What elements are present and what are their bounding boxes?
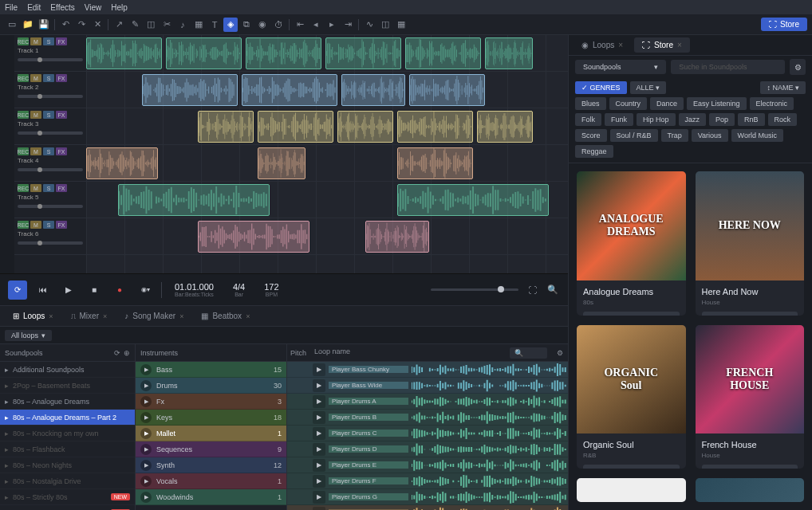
nav-next-icon[interactable]: ⇥	[341, 18, 355, 32]
audio-clip[interactable]	[341, 74, 405, 106]
nav-fwd-icon[interactable]: ▸	[325, 18, 339, 32]
store-card[interactable]: ORGANIC Soul Organic Soul R&B Download	[577, 325, 686, 469]
audio-clip[interactable]	[86, 37, 162, 69]
track-volume-slider[interactable]	[18, 58, 83, 61]
all-chip[interactable]: ALLE ▾	[630, 81, 667, 94]
loop-play-button[interactable]: ▶	[313, 491, 325, 504]
nav-back-icon[interactable]: ◂	[309, 18, 323, 32]
genre-chip[interactable]: Blues	[575, 97, 606, 110]
instrument-item[interactable]: ▶Sequences9	[136, 441, 286, 457]
instrument-item[interactable]: ▶Vocals1	[136, 473, 286, 489]
track-volume-slider[interactable]	[18, 205, 83, 208]
store-card[interactable]	[696, 478, 805, 502]
undo-icon[interactable]: ↶	[58, 18, 73, 32]
track-header[interactable]: REC M S FX Track 6	[14, 218, 86, 255]
play-icon[interactable]: ▶	[140, 412, 152, 423]
close-icon[interactable]: ✕	[90, 18, 104, 32]
record-button[interactable]: ●	[110, 280, 129, 300]
bottom-tab-song-maker[interactable]: ♪Song Maker×	[116, 308, 191, 324]
genres-chip[interactable]: ✓ GENRES	[575, 81, 627, 94]
loop-row[interactable]: ▶ Player Bass Chunky	[287, 362, 568, 378]
play-icon[interactable]: ▶	[140, 476, 152, 487]
tool-text-icon[interactable]: T	[207, 18, 222, 32]
track-lane[interactable]	[86, 108, 568, 145]
tool-cut-icon[interactable]: ✂	[160, 18, 174, 32]
tool-timer-icon[interactable]: ⏱	[271, 18, 286, 32]
loops-filter-select[interactable]: All loops▾	[5, 330, 52, 341]
soundpool-item[interactable]: ▸80s – Analogue Dreams – Part 2	[0, 410, 135, 426]
loop-play-button[interactable]: ▶	[313, 411, 325, 424]
track-volume-slider[interactable]	[18, 168, 83, 171]
track-lanes[interactable]	[86, 35, 568, 273]
download-button[interactable]: Download	[702, 465, 798, 469]
loop-row[interactable]: ▶ Player Drums F	[287, 473, 568, 489]
close-tab-icon[interactable]: ×	[103, 312, 107, 320]
loop-play-button[interactable]: ▶	[313, 395, 325, 408]
loop-play-button[interactable]: ▶	[313, 459, 325, 472]
instrument-item[interactable]: ▶Keys18	[136, 410, 286, 426]
search-input[interactable]: Suche in Soundpools	[671, 60, 785, 74]
loop-row[interactable]: ▶ Player Drums A	[287, 394, 568, 410]
track-lane[interactable]	[86, 72, 568, 108]
genre-chip[interactable]: World Music	[731, 129, 783, 142]
genre-chip[interactable]: Score	[575, 129, 607, 142]
genre-chip[interactable]: Dance	[650, 97, 684, 110]
track-lane[interactable]	[86, 182, 568, 218]
play-icon[interactable]: ▶	[140, 380, 152, 391]
track-header[interactable]: REC M S FX Track 5	[14, 182, 86, 218]
genre-chip[interactable]: Pop	[709, 113, 735, 126]
genre-chip[interactable]: Trap	[661, 129, 688, 142]
bottom-tab-mixer[interactable]: ⎍Mixer×	[63, 308, 116, 324]
genre-chip[interactable]: Soul / R&B	[610, 129, 658, 142]
track-volume-slider[interactable]	[18, 131, 83, 135]
audio-clip[interactable]	[258, 147, 305, 179]
tool-pointer-icon[interactable]: ↗	[112, 18, 126, 32]
tool-marker-icon[interactable]: ◈	[223, 18, 238, 32]
loop-row[interactable]: ▶ Player Drums B	[287, 410, 568, 426]
audio-clip[interactable]	[198, 111, 254, 143]
audio-clip[interactable]	[198, 221, 309, 253]
soundpool-item[interactable]: ▸80s – Neon Nights	[0, 457, 135, 473]
soundpool-item[interactable]: ▸80s – Flashback	[0, 441, 135, 457]
loop-row[interactable]: ▶ Player Drums E	[287, 457, 568, 473]
tool-note-icon[interactable]: ♪	[175, 18, 190, 32]
genre-chip[interactable]: Electronic	[750, 97, 794, 110]
store-card[interactable]	[577, 478, 686, 502]
menu-effects[interactable]: Effects	[50, 3, 74, 12]
tool-link-icon[interactable]: ⧉	[239, 18, 254, 32]
audio-clip[interactable]	[258, 111, 333, 143]
genre-chip[interactable]: Hip Hop	[637, 113, 676, 126]
menu-edit[interactable]: Edit	[27, 3, 41, 12]
audio-clip[interactable]	[365, 221, 429, 253]
audio-clip[interactable]	[337, 111, 393, 143]
instrument-item[interactable]: ▶Bass15	[136, 362, 286, 378]
genre-chip[interactable]: Reggae	[575, 145, 613, 158]
download-button[interactable]: Download	[702, 312, 798, 316]
track-header[interactable]: REC M S FX Track 3	[14, 108, 86, 145]
audio-clip[interactable]	[166, 37, 242, 69]
timesig-display[interactable]: 4/4 Bar	[227, 282, 251, 297]
category-select[interactable]: Soundpools▾	[575, 60, 666, 74]
audio-clip[interactable]	[405, 37, 481, 69]
track-lane[interactable]	[86, 218, 568, 255]
store-button[interactable]: ⛶ Store	[761, 18, 807, 31]
track-lane[interactable]	[86, 35, 568, 72]
settings-icon[interactable]: ⚙	[552, 349, 568, 357]
genre-chip[interactable]: RnB	[738, 113, 765, 126]
download-button[interactable]: Download	[583, 312, 680, 316]
audio-clip[interactable]	[246, 37, 321, 69]
genre-chip[interactable]: Folk	[575, 113, 601, 126]
track-volume-slider[interactable]	[18, 95, 83, 98]
loop-row[interactable]: ▶ Player Drums D	[287, 441, 568, 457]
close-tab-icon[interactable]: ×	[179, 312, 183, 320]
play-icon[interactable]: ▶	[140, 364, 152, 375]
sort-name-chip[interactable]: ↕ NAME ▾	[760, 81, 806, 94]
add-icon[interactable]: ⊕	[124, 349, 130, 357]
genre-chip[interactable]: Country	[609, 97, 648, 110]
instrument-item[interactable]: ▶Drums30	[136, 378, 286, 394]
tool-brush-icon[interactable]: ✎	[128, 18, 142, 32]
play-icon[interactable]: ▶	[140, 460, 152, 471]
close-tab-icon[interactable]: ×	[246, 312, 250, 320]
play-icon[interactable]: ▶	[140, 492, 152, 503]
soundpool-item[interactable]: ▸80s – Analogue Dreams	[0, 394, 135, 410]
